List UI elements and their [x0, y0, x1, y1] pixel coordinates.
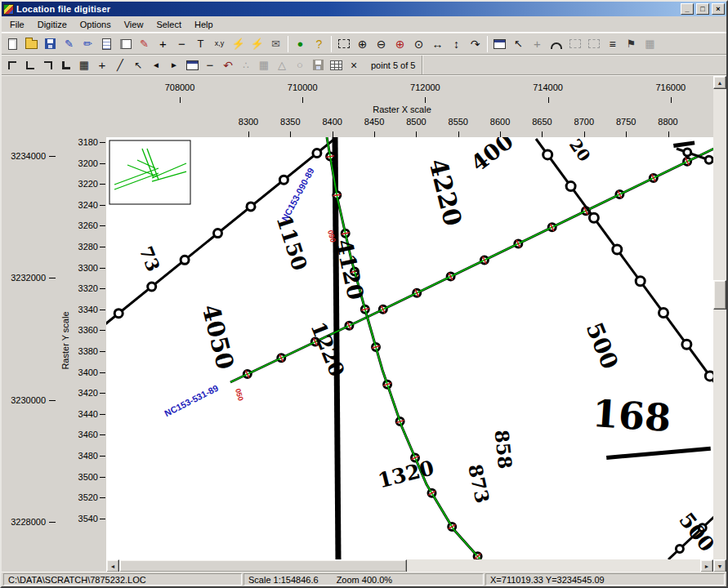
save-file-button[interactable] [41, 35, 60, 53]
ruler-tick [100, 456, 105, 457]
segment-corner-bl-button[interactable] [21, 57, 39, 74]
coordinates-text: X=711019.33 Y=3234545.09 [490, 575, 605, 585]
report-button[interactable]: ≡ [603, 35, 622, 53]
map-viewport[interactable]: 4002042201150412073405012205001320873858… [106, 137, 713, 559]
scroll-down-button[interactable]: ▼ [713, 559, 726, 572]
add-node-button[interactable]: + [528, 35, 547, 53]
y-raster-label: 3240 [72, 200, 98, 210]
y-raster-label: 3540 [72, 514, 98, 523]
properties-button[interactable] [490, 35, 509, 53]
scroll-up-button[interactable]: ▲ [713, 76, 726, 89]
vertical-scroll-thumb[interactable] [713, 280, 726, 310]
select-region-button[interactable] [334, 35, 353, 53]
raster-y-scale-title: Raster Y scale [60, 300, 70, 381]
pan-horizontal-button[interactable]: ↔ [428, 35, 447, 53]
circle-button[interactable]: ○ [291, 57, 309, 74]
raster-x-scale-title: Raster X scale [373, 105, 431, 114]
window-button[interactable] [183, 57, 201, 74]
grid-button[interactable]: ▦ [75, 57, 93, 74]
remove-vertex-button[interactable]: − [201, 57, 219, 74]
y-raster-label: 3200 [72, 158, 98, 168]
xy-coordinates-button[interactable]: x,y [210, 35, 229, 53]
new-file-button[interactable] [3, 35, 22, 53]
zoom-out-button[interactable]: ⊖ [372, 35, 391, 53]
toolbar-separator [331, 36, 332, 52]
y-raster-label: 3300 [72, 263, 98, 273]
edit-points-button[interactable]: ✏ [78, 35, 97, 53]
x-raster-label: 8550 [449, 117, 468, 127]
zoom-in-button[interactable]: ⊕ [353, 35, 372, 53]
next-point-button[interactable]: ► [165, 57, 183, 74]
segment-corner-tr-button[interactable] [39, 57, 57, 74]
y-raster-label: 3400 [72, 368, 98, 377]
ruler-tick [416, 131, 417, 137]
add-vertex-button[interactable]: + [93, 57, 111, 74]
survey-line-northwest-station-dot [181, 256, 189, 264]
ruler-tick [49, 522, 56, 523]
delete-button[interactable]: × [345, 57, 363, 74]
ruler-tick [500, 131, 501, 137]
locked-tool-button[interactable]: ▦ [641, 35, 659, 53]
add-point-button[interactable]: + [154, 35, 172, 53]
menu-item-select[interactable]: Select [150, 17, 188, 32]
pick-point-button[interactable]: ↖ [129, 57, 147, 74]
annotate-button[interactable]: ✎ [135, 35, 154, 53]
process-all-button[interactable]: ⚡ [248, 35, 266, 53]
segment-corner-tl-button[interactable] [3, 57, 21, 74]
notebook-button[interactable] [116, 35, 135, 53]
ruler-tick [100, 288, 105, 289]
survey-line-se-corner-station-dot [676, 546, 683, 553]
zoom-window-button[interactable]: ⊕ [391, 35, 409, 53]
horizontal-scroll-thumb[interactable] [119, 559, 407, 572]
map-canvas[interactable]: 4002042201150412073405012205001320873858… [106, 137, 713, 559]
menu-item-help[interactable]: Help [188, 17, 220, 32]
scatter-button[interactable]: ∴ [237, 57, 255, 74]
pointer-button[interactable]: ↖ [509, 35, 528, 53]
snap-grid-button[interactable]: ▦ [255, 57, 273, 74]
minimize-button[interactable]: _ [681, 3, 694, 15]
flag-button[interactable]: ⚑ [622, 35, 641, 53]
vertical-scrollbar[interactable]: ▲ ▼ [713, 76, 726, 572]
menu-item-options[interactable]: Options [74, 17, 118, 32]
select-rect-button[interactable] [565, 35, 584, 53]
go-button[interactable]: ● [291, 35, 310, 53]
horizontal-scrollbar[interactable]: ◄ ► [106, 559, 713, 572]
ruler-tick [100, 142, 105, 143]
undo-button[interactable]: ↶ [219, 57, 237, 74]
rotate-view-button[interactable]: ↷ [466, 35, 485, 53]
ruler-tick [290, 131, 291, 137]
open-file-button[interactable] [22, 35, 41, 53]
help-button[interactable]: ? [310, 35, 328, 53]
delete-point-button[interactable]: − [172, 35, 191, 53]
ruler-tick [668, 131, 669, 137]
scroll-right-button[interactable]: ► [700, 559, 713, 572]
table-button[interactable] [327, 57, 345, 74]
ruler-tick [458, 131, 459, 137]
process-button[interactable]: ⚡ [229, 35, 248, 53]
y-raster-label: 3480 [72, 451, 98, 461]
zoom-reset-button[interactable]: ⊙ [409, 35, 428, 53]
triangle-button[interactable]: △ [273, 57, 291, 74]
save-points-button[interactable] [309, 57, 327, 74]
draw-line-button[interactable]: ╱ [111, 57, 129, 74]
workspace: Raster X scale Raster Y scale 4002042201… [2, 75, 726, 572]
export-mail-button[interactable]: ✉ [266, 35, 285, 53]
select-poly-button[interactable] [584, 35, 603, 53]
previous-point-button[interactable]: ◄ [147, 57, 165, 74]
menu-item-view[interactable]: View [118, 17, 150, 32]
digitise-pen-button[interactable]: ✎ [60, 35, 78, 53]
scroll-left-button[interactable]: ◄ [106, 559, 119, 572]
status-scale-panel: Scale 1:154846.6 Zoom 400.0% [243, 573, 484, 586]
pan-vertical-button[interactable]: ↕ [447, 35, 466, 53]
x-major-label: 712000 [410, 82, 440, 92]
maximize-button[interactable]: □ [696, 3, 709, 15]
curve-fit-button[interactable] [547, 35, 565, 53]
notes-button[interactable] [97, 35, 116, 53]
menu-item-file[interactable]: File [3, 17, 31, 32]
menu-item-digitize[interactable]: Digitize [31, 17, 74, 32]
title-bar[interactable]: Location file digitiser _ □ × [2, 2, 726, 16]
close-button[interactable]: × [712, 3, 725, 15]
segment-corner-bl-button-icon [26, 61, 34, 69]
segment-corner-l-button[interactable] [57, 57, 75, 74]
text-label-button[interactable]: T [191, 35, 210, 53]
